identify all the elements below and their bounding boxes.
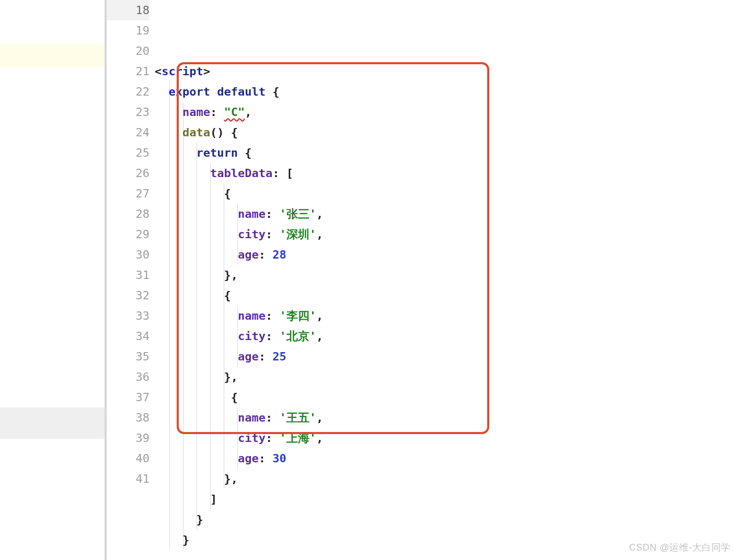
code-line-content: data() {: [155, 122, 735, 143]
line-number[interactable]: 39: [107, 428, 150, 448]
code-line[interactable]: },: [155, 367, 735, 387]
line-number[interactable]: 25: [107, 143, 150, 163]
code-token: age: [238, 452, 259, 465]
line-number[interactable]: 27: [107, 183, 150, 204]
line-number[interactable]: 36: [107, 367, 150, 387]
code-line-content: age: 28: [155, 244, 735, 265]
code-token: ,: [245, 106, 251, 119]
line-number[interactable]: 28: [107, 204, 150, 224]
line-number[interactable]: 32: [107, 285, 150, 306]
left-panel: [0, 0, 105, 560]
code-area[interactable]: <script>export default {name: "C",data()…: [155, 0, 735, 560]
code-token: [210, 85, 217, 98]
code-token: () {: [210, 126, 238, 139]
line-number[interactable]: 21: [107, 61, 150, 81]
code-token: {: [224, 187, 231, 200]
code-token: :: [266, 330, 280, 343]
code-line[interactable]: data() {: [155, 122, 735, 143]
code-line-content: {: [155, 183, 735, 204]
code-token: default: [217, 85, 266, 98]
code-line[interactable]: ]: [155, 489, 735, 509]
code-token: age: [238, 350, 259, 363]
code-token: export: [168, 85, 210, 98]
line-number[interactable]: 30: [107, 244, 150, 265]
code-token: :: [259, 248, 273, 261]
code-token: "C": [224, 106, 245, 119]
code-line[interactable]: {: [155, 387, 735, 407]
code-line-content: return {: [155, 143, 735, 163]
code-token: 25: [272, 350, 286, 363]
code-token: },: [224, 269, 238, 282]
line-number[interactable]: 38: [107, 407, 150, 428]
code-line[interactable]: {: [155, 183, 735, 204]
code-line-content: city: '北京',: [155, 326, 735, 346]
code-token: '张三': [279, 207, 316, 220]
line-number[interactable]: 35: [107, 346, 150, 367]
code-token: script: [162, 65, 203, 78]
line-number[interactable]: 37: [107, 387, 150, 407]
code-line[interactable]: city: '深圳',: [155, 224, 735, 244]
code-token: data: [182, 126, 210, 139]
line-number[interactable]: 19: [107, 20, 150, 41]
code-line[interactable]: city: '北京',: [155, 326, 735, 346]
line-number[interactable]: 40: [107, 448, 150, 469]
code-token: 28: [272, 248, 286, 261]
code-line[interactable]: <script>: [155, 61, 735, 81]
line-number[interactable]: 41: [107, 469, 150, 489]
code-token: : [: [272, 167, 293, 180]
line-number[interactable]: 26: [107, 163, 150, 183]
code-line[interactable]: },: [155, 265, 735, 285]
code-line[interactable]: }: [155, 530, 735, 550]
code-line[interactable]: return {: [155, 143, 735, 163]
code-line-content: },: [155, 265, 735, 285]
line-number[interactable]: 29: [107, 224, 150, 244]
code-line-content: {: [155, 285, 735, 306]
code-token: :: [266, 411, 280, 424]
code-line-content: }: [155, 530, 735, 550]
code-line[interactable]: {: [155, 285, 735, 306]
code-line[interactable]: age: 28: [155, 244, 735, 265]
code-line[interactable]: age: 30: [155, 448, 735, 469]
code-line[interactable]: },: [155, 469, 735, 489]
code-token: },: [224, 472, 238, 485]
code-line[interactable]: name: '王五',: [155, 407, 735, 428]
code-line[interactable]: tableData: [: [155, 163, 735, 183]
code-token: city: [238, 330, 266, 343]
code-token: ,: [316, 431, 323, 445]
line-number[interactable]: 23: [107, 102, 150, 122]
code-line-content: name: '李四',: [155, 306, 735, 326]
line-number[interactable]: 24: [107, 122, 150, 143]
code-line-content: }: [155, 509, 735, 530]
code-token: '深圳': [279, 228, 316, 241]
code-line[interactable]: age: 25: [155, 346, 735, 367]
line-number[interactable]: 18: [107, 0, 150, 20]
code-line[interactable]: export default {: [155, 81, 735, 102]
code-line[interactable]: name: "C",: [155, 102, 735, 122]
code-token: '王五': [279, 411, 316, 424]
code-token: name: [238, 411, 266, 424]
code-line-content: age: 30: [155, 448, 735, 469]
code-editor[interactable]: 1819202122232425262728293031323334353637…: [107, 0, 735, 560]
screenshot-root: 1819202122232425262728293031323334353637…: [0, 0, 735, 560]
code-token: :: [259, 452, 273, 465]
line-number[interactable]: 33: [107, 306, 150, 326]
line-number[interactable]: 22: [107, 81, 150, 102]
line-number[interactable]: 34: [107, 326, 150, 346]
code-line[interactable]: name: '李四',: [155, 306, 735, 326]
code-token: :: [210, 106, 224, 119]
code-token: :: [266, 207, 280, 220]
code-line-content: export default {: [155, 81, 735, 102]
line-number[interactable]: 31: [107, 265, 150, 285]
code-line[interactable]: }: [155, 509, 735, 530]
code-token: return: [196, 146, 237, 159]
line-number-gutter[interactable]: 1819202122232425262728293031323334353637…: [107, 0, 155, 560]
code-line[interactable]: name: '张三',: [155, 204, 735, 224]
code-token: ]: [210, 493, 217, 506]
code-line-content: <script>: [155, 61, 735, 81]
code-line-content: name: '张三',: [155, 204, 735, 224]
code-token: ,: [316, 309, 323, 322]
code-line[interactable]: city: '上海',: [155, 428, 735, 448]
line-number[interactable]: 20: [107, 41, 150, 61]
code-token: {: [224, 289, 231, 302]
code-token: city: [238, 431, 266, 445]
